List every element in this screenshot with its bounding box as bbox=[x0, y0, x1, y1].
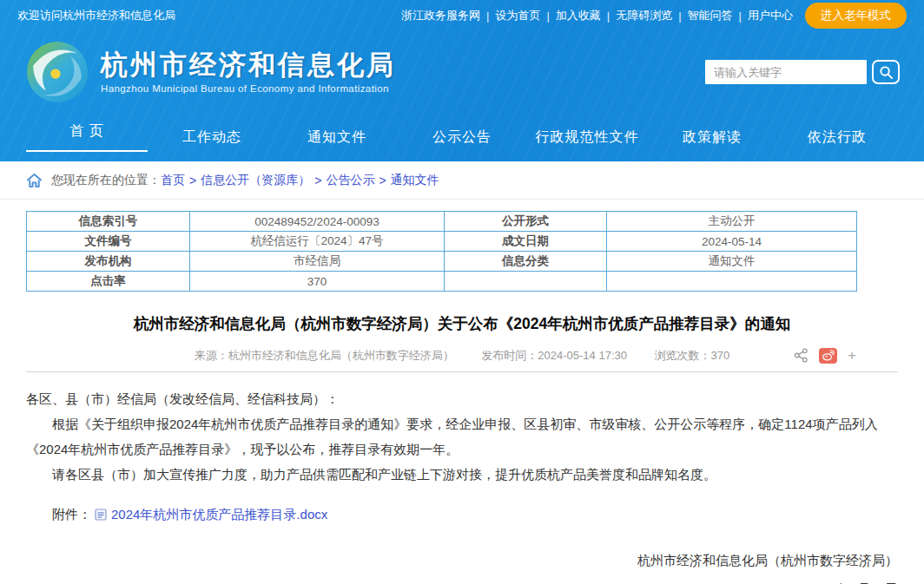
nav-label: 公示公告 bbox=[432, 128, 492, 147]
site-banner: 欢迎访问杭州市经济和信息化局 浙江政务服务网 | 设为首页 | 加入收藏 | 无… bbox=[0, 0, 924, 161]
breadcrumb-link-announcements[interactable]: 公告公示 bbox=[326, 173, 374, 188]
nav-item-policy-interpretation[interactable]: 政策解读 bbox=[650, 113, 775, 161]
signature-date: 2024年5月13日 bbox=[26, 581, 898, 584]
site-title: 杭州市经济和信息化局 bbox=[101, 50, 396, 80]
paragraph-main: 根据《关于组织申报2024年杭州市优质产品推荐目录的通知》要求，经企业申报、区县… bbox=[26, 411, 898, 463]
breadcrumb-link-home[interactable]: 首页 bbox=[161, 173, 185, 188]
nav-label: 工作动态 bbox=[182, 128, 241, 147]
weibo-share-icon[interactable] bbox=[819, 348, 837, 364]
main-nav: 首 页 工作动态 通知文件 公示公告 行政规范性文件 政策解读 依法行政 bbox=[0, 113, 924, 161]
search-bar bbox=[705, 60, 900, 84]
info-value: 通知文件 bbox=[607, 252, 857, 272]
home-icon[interactable] bbox=[26, 173, 43, 188]
article-title: 杭州市经济和信息化局（杭州市数字经济局）关于公布《2024年杭州市优质产品推荐目… bbox=[26, 313, 898, 335]
info-value: 市经信局 bbox=[190, 252, 445, 272]
table-row: 文件编号 杭经信运行〔2024〕47号 成文日期 2024-05-14 bbox=[27, 232, 857, 252]
nav-item-rule-of-law[interactable]: 依法行政 bbox=[775, 113, 900, 161]
info-value: 2024-05-14 bbox=[607, 232, 857, 252]
search-button[interactable] bbox=[872, 60, 900, 84]
attachment-row: 附件： 2024年杭州市优质产品推荐目录.docx bbox=[26, 507, 898, 523]
search-input[interactable] bbox=[705, 60, 867, 84]
top-link-set-home[interactable]: 设为首页 bbox=[495, 8, 540, 23]
top-link-zjzwfw[interactable]: 浙江政务服务网 bbox=[401, 8, 480, 23]
info-label: 信息分类 bbox=[445, 252, 607, 272]
nav-label: 行政规范性文件 bbox=[536, 128, 639, 147]
article-body: 各区、县（市）经信局（发改经信局、经信科技局）： 根据《关于组织申报2024年杭… bbox=[26, 386, 898, 488]
article-meta: 来源：杭州市经济和信息化局（杭州市数字经济局） 发布时间：2024-05-14 … bbox=[26, 346, 898, 365]
nav-label: 通知文件 bbox=[307, 128, 366, 147]
breadcrumb-separator: > bbox=[189, 174, 196, 187]
nav-item-notices[interactable]: 通知文件 bbox=[274, 113, 399, 161]
breadcrumb: 您现在所在的位置： 首页 > 信息公开（资源库） > 公告公示 > 通知文件 bbox=[0, 161, 924, 200]
site-subtitle: Hangzhou Municipal Bureau of Economy and… bbox=[101, 83, 396, 94]
info-value: 002489452/2024-00093 bbox=[190, 212, 445, 232]
search-icon bbox=[879, 65, 894, 80]
nav-item-regulatory-docs[interactable]: 行政规范性文件 bbox=[525, 113, 650, 161]
info-label: 发布机构 bbox=[27, 252, 190, 272]
separator: | bbox=[678, 10, 681, 23]
info-value bbox=[607, 272, 857, 292]
info-value: 杭经信运行〔2024〕47号 bbox=[190, 232, 445, 252]
top-links: 浙江政务服务网 | 设为首页 | 加入收藏 | 无障碍浏览 | 智能问答 | 用… bbox=[401, 3, 907, 29]
info-label: 公开形式 bbox=[445, 212, 607, 232]
table-row: 发布机构 市经信局 信息分类 通知文件 bbox=[27, 252, 857, 272]
top-link-favorite[interactable]: 加入收藏 bbox=[556, 8, 601, 23]
info-label: 成文日期 bbox=[445, 232, 607, 252]
attachment-label: 附件： bbox=[52, 507, 91, 523]
top-link-user-center[interactable]: 用户中心 bbox=[748, 8, 793, 23]
nav-item-work-news[interactable]: 工作动态 bbox=[149, 113, 274, 161]
welcome-text: 欢迎访问杭州市经济和信息化局 bbox=[17, 8, 175, 23]
table-row: 点击率 370 bbox=[27, 272, 857, 292]
nav-item-home[interactable]: 首 页 bbox=[24, 113, 149, 161]
info-label: 点击率 bbox=[27, 272, 190, 292]
elder-mode-button[interactable]: 进入老年模式 bbox=[805, 3, 907, 29]
share-toolbar: + bbox=[783, 346, 856, 365]
more-share-icon[interactable]: + bbox=[848, 346, 856, 365]
info-value: 370 bbox=[190, 272, 445, 292]
breadcrumb-link-info-disclosure[interactable]: 信息公开（资源库） bbox=[201, 173, 310, 188]
active-underline bbox=[26, 150, 148, 152]
site-brand[interactable]: 杭州市经济和信息化局 Hangzhou Municipal Bureau of … bbox=[26, 41, 396, 103]
info-label: 信息索引号 bbox=[27, 212, 190, 232]
bureau-logo-icon bbox=[26, 41, 89, 103]
breadcrumb-link-notices[interactable]: 通知文件 bbox=[391, 173, 439, 188]
article-publish-time: 发布时间：2024-05-14 17:30 bbox=[481, 349, 627, 362]
breadcrumb-prefix: 您现在所在的位置： bbox=[51, 173, 161, 188]
table-row: 信息索引号 002489452/2024-00093 公开形式 主动公开 bbox=[27, 212, 857, 232]
document-info-table: 信息索引号 002489452/2024-00093 公开形式 主动公开 文件编… bbox=[26, 211, 857, 292]
site-header: 杭州市经济和信息化局 Hangzhou Municipal Bureau of … bbox=[0, 31, 924, 113]
top-link-smart-qa[interactable]: 智能问答 bbox=[688, 8, 733, 23]
nav-label: 首 页 bbox=[69, 122, 103, 141]
breadcrumb-separator: > bbox=[314, 174, 321, 187]
brand-text: 杭州市经济和信息化局 Hangzhou Municipal Bureau of … bbox=[101, 50, 396, 93]
article-page: 信息索引号 002489452/2024-00093 公开形式 主动公开 文件编… bbox=[0, 211, 924, 584]
attachment-link[interactable]: 2024年杭州市优质产品推荐目录.docx bbox=[111, 507, 327, 523]
share-icon[interactable] bbox=[794, 348, 808, 363]
nav-label: 依法行政 bbox=[808, 128, 867, 147]
separator: | bbox=[607, 10, 610, 23]
top-bar: 欢迎访问杭州市经济和信息化局 浙江政务服务网 | 设为首页 | 加入收藏 | 无… bbox=[0, 0, 924, 31]
info-value: 主动公开 bbox=[607, 212, 857, 232]
article-source: 来源：杭州市经济和信息化局（杭州市数字经济局） bbox=[195, 349, 454, 362]
nav-item-announcements[interactable]: 公示公告 bbox=[399, 113, 525, 161]
docx-file-icon bbox=[95, 509, 107, 521]
signature-agency: 杭州市经济和信息化局（杭州市数字经济局） bbox=[26, 553, 898, 569]
info-label: 文件编号 bbox=[27, 232, 190, 252]
breadcrumb-separator: > bbox=[379, 174, 386, 187]
info-label bbox=[445, 272, 607, 292]
article-views: 浏览次数：370 bbox=[655, 349, 730, 362]
paragraph-closing: 请各区县（市）加大宣传推广力度，助力产品供需匹配和产业链上下游对接，提升优质杭产… bbox=[26, 462, 898, 487]
separator: | bbox=[546, 10, 549, 23]
top-link-accessibility[interactable]: 无障碍浏览 bbox=[616, 8, 672, 23]
divider bbox=[26, 371, 898, 372]
separator: | bbox=[739, 10, 742, 23]
paragraph-salutation: 各区、县（市）经信局（发改经信局、经信科技局）： bbox=[26, 386, 898, 411]
nav-label: 政策解读 bbox=[683, 128, 742, 147]
separator: | bbox=[486, 10, 489, 23]
